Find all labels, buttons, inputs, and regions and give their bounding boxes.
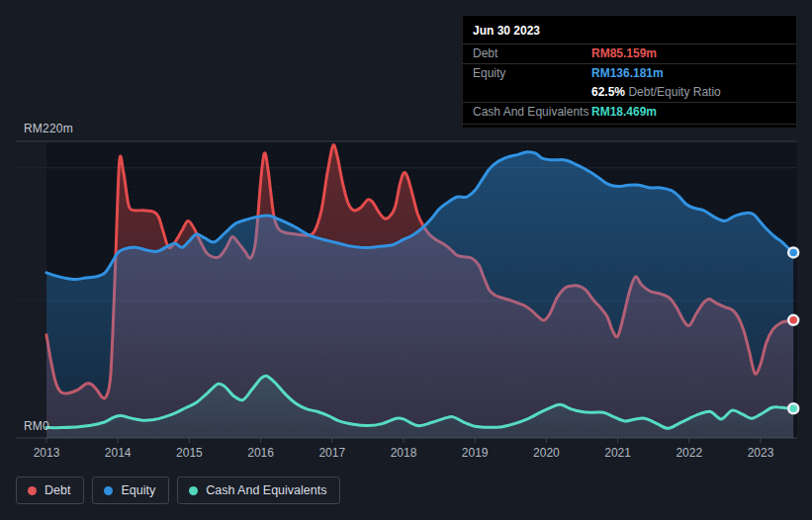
tooltip-cash-row: Cash And Equivalents RM18.469m bbox=[463, 102, 796, 125]
legend-label: Equity bbox=[121, 483, 155, 497]
legend-label: Debt bbox=[45, 483, 70, 497]
tooltip-debt-row: Debt RM85.159m bbox=[463, 43, 796, 63]
cash-and-equivalents-end-marker[interactable] bbox=[788, 403, 798, 413]
legend-item-cash-and-equivalents[interactable]: Cash And Equivalents bbox=[177, 477, 340, 504]
x-axis-label-2023: 2023 bbox=[737, 446, 784, 460]
y-axis-max-label: RM220m bbox=[24, 122, 73, 135]
legend-item-equity[interactable]: Equity bbox=[92, 477, 169, 504]
x-axis-label-2019: 2019 bbox=[451, 446, 498, 460]
tooltip-ratio-value: 62.5% Debt/Equity Ratio bbox=[591, 86, 721, 99]
equity-legend-dot bbox=[104, 486, 113, 495]
debt-end-marker[interactable] bbox=[788, 315, 798, 325]
cash-and-equivalents-legend-dot bbox=[189, 486, 198, 495]
x-axis-label-2014: 2014 bbox=[94, 446, 141, 460]
x-axis-label-2015: 2015 bbox=[165, 446, 213, 460]
tooltip-cash-value: RM18.469m bbox=[591, 106, 657, 119]
plot-texture bbox=[46, 141, 797, 438]
x-axis-label-2013: 2013 bbox=[23, 446, 70, 460]
equity-end-marker[interactable] bbox=[788, 247, 798, 257]
tooltip-equity-row: Equity RM136.181m bbox=[463, 63, 796, 83]
x-axis-label-2021: 2021 bbox=[594, 446, 642, 460]
x-axis-label-2016: 2016 bbox=[237, 446, 285, 460]
tooltip-cash-label: Cash And Equivalents bbox=[473, 106, 591, 119]
legend-label: Cash And Equivalents bbox=[206, 483, 326, 497]
tooltip-debt-label: Debt bbox=[473, 47, 591, 60]
y-axis-zero-label: RM0 bbox=[24, 419, 49, 433]
x-axis-label-2022: 2022 bbox=[666, 446, 713, 460]
chart-tooltip: Jun 30 2023 Debt RM85.159m Equity RM136.… bbox=[462, 15, 797, 129]
tooltip-debt-value: RM85.159m bbox=[591, 47, 657, 60]
x-axis-label-2018: 2018 bbox=[380, 446, 427, 460]
debt-equity-chart-widget: RM220m RM0 20132014201520162017201820192… bbox=[0, 0, 812, 520]
debt-legend-dot bbox=[28, 486, 37, 495]
tooltip-ratio-row: 62.5% Debt/Equity Ratio bbox=[463, 83, 796, 102]
x-axis-label-2017: 2017 bbox=[309, 446, 356, 460]
legend-item-debt[interactable]: Debt bbox=[16, 477, 84, 504]
tooltip-equity-label: Equity bbox=[473, 67, 591, 80]
chart-legend: DebtEquityCash And Equivalents bbox=[16, 477, 340, 504]
tooltip-equity-value: RM136.181m bbox=[591, 67, 664, 80]
x-axis-label-2020: 2020 bbox=[522, 446, 570, 460]
tooltip-date: Jun 30 2023 bbox=[463, 16, 796, 43]
